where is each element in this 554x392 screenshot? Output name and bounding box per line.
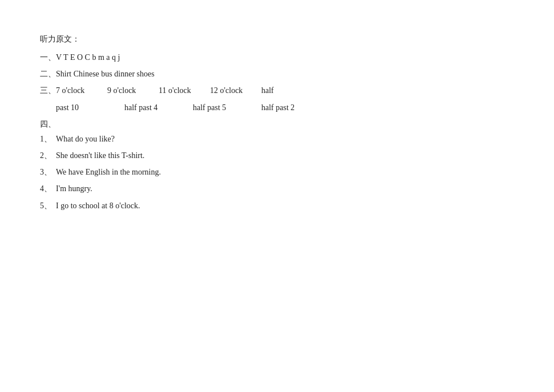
er-label: 二、 xyxy=(40,67,56,81)
er-content: Shirt Chinese bus dinner shoes xyxy=(56,67,155,81)
section-si: 四、 1、What do you like?2、She doesn't like… xyxy=(40,119,514,213)
san-item-6: past 10 xyxy=(56,100,107,115)
list-item: 5、I go to school at 8 o'clock. xyxy=(40,199,514,213)
san-item-1: 7 o'clock xyxy=(56,83,107,98)
san-row2: past 10 half past 4 half past 5 half pas… xyxy=(56,100,514,115)
si-label: 四、 xyxy=(40,120,56,128)
yi-content: V T E O C b m a q j xyxy=(56,50,120,64)
section-er: 二、 Shirt Chinese bus dinner shoes xyxy=(40,67,514,81)
page-content: 听力原文： 一、 V T E O C b m a q j 二、 Shirt Ch… xyxy=(40,34,514,213)
san-item-4: 12 o'clock xyxy=(210,83,261,98)
san-item-7: half past 4 xyxy=(124,100,176,115)
san-item-3: 11 o'clock xyxy=(159,83,210,98)
item-num: 5、 xyxy=(40,199,56,213)
section-yi: 一、 V T E O C b m a q j xyxy=(40,50,514,64)
san-item-8: half past 5 xyxy=(193,100,244,115)
main-title: 听力原文： xyxy=(40,34,514,45)
list-item: 4、I'm hungry. xyxy=(40,181,514,196)
item-num: 1、 xyxy=(40,132,56,146)
san-item-9: half past 2 xyxy=(261,100,294,115)
si-items: 1、What do you like?2、She doesn't like th… xyxy=(40,132,514,213)
san-label: 三、 xyxy=(40,83,56,98)
item-text: What do you like? xyxy=(56,132,115,146)
san-item-5: half xyxy=(261,83,274,98)
item-text: I'm hungry. xyxy=(56,181,92,196)
list-item: 3、We have English in the morning. xyxy=(40,165,514,179)
item-num: 3、 xyxy=(40,165,56,179)
si-label-line: 四、 xyxy=(40,119,514,130)
list-item: 2、She doesn't like this T-shirt. xyxy=(40,148,514,163)
yi-label: 一、 xyxy=(40,50,56,64)
section-san: 三、 7 o'clock 9 o'clock 11 o'clock 12 o'c… xyxy=(40,83,514,114)
item-text: I go to school at 8 o'clock. xyxy=(56,199,140,213)
list-item: 1、What do you like? xyxy=(40,132,514,146)
item-num: 4、 xyxy=(40,181,56,196)
san-row1: 三、 7 o'clock 9 o'clock 11 o'clock 12 o'c… xyxy=(40,83,514,98)
item-text: She doesn't like this T-shirt. xyxy=(56,148,144,163)
item-num: 2、 xyxy=(40,148,56,163)
san-item-2: 9 o'clock xyxy=(107,83,159,98)
item-text: We have English in the morning. xyxy=(56,165,161,179)
